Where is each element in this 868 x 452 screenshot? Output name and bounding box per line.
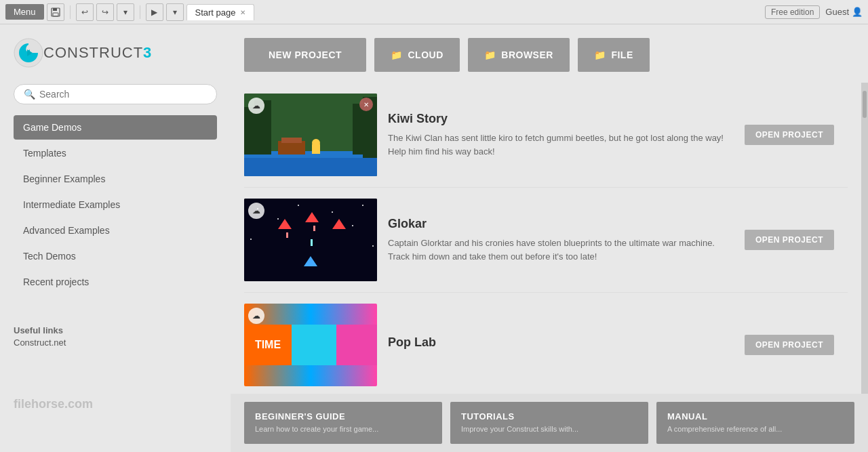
cloud-label: CLOUD (408, 49, 443, 60)
bottom-link-card[interactable]: MANUALA comprehensive reference of all..… (656, 402, 854, 444)
project-title: Pop Lab (388, 335, 734, 350)
bottom-card-title: TUTORIALS (461, 411, 637, 422)
folder-file-icon: 📁 (594, 49, 606, 60)
project-item: ☁ TIME Pop LabOPEN PROJECT (244, 293, 848, 394)
open-project-button[interactable]: OPEN PROJECT (745, 335, 834, 355)
sidebar-item-game-demos[interactable]: Game Demos (14, 115, 217, 140)
play-button[interactable]: ▶ (146, 3, 163, 21)
project-desc: Captain Glorktar and his cronies have st… (388, 237, 734, 263)
svg-rect-2 (53, 13, 58, 16)
cloud-badge: ☁ (248, 308, 264, 324)
tab-label: Start page (195, 7, 236, 18)
sidebar-item-recent-projects[interactable]: Recent projects (14, 270, 217, 294)
separator2 (140, 5, 140, 19)
bottom-card-desc: A comprehensive reference of all... (667, 424, 844, 434)
redo-button[interactable]: ↪ (96, 3, 114, 21)
logo-text: CONSTRUCT3 (43, 44, 152, 62)
svg-rect-1 (53, 8, 57, 11)
project-thumbnail: ☁ (244, 199, 377, 281)
guest-button[interactable]: Guest 👤 (825, 7, 863, 17)
svg-rect-30 (311, 239, 313, 246)
svg-point-22 (352, 225, 353, 226)
open-project-button[interactable]: OPEN PROJECT (745, 125, 834, 145)
svg-point-25 (372, 245, 374, 247)
start-page-tab[interactable]: Start page ✕ (186, 4, 254, 20)
bottom-links: BEGINNER'S GUIDELearn how to create your… (231, 394, 868, 452)
project-thumbnail: ☁ ✕ (244, 94, 377, 176)
svg-rect-32 (313, 226, 315, 231)
file-label: FILE (611, 49, 633, 60)
cloud-button[interactable]: 📁 CLOUD (374, 38, 460, 72)
close-badge: ✕ (359, 98, 373, 111)
toolbar-right: Free edition Guest 👤 (765, 5, 863, 19)
bottom-link-card[interactable]: TUTORIALSImprove your Construct skills w… (450, 402, 648, 444)
project-info: GlokarCaptain Glorktar and his cronies h… (388, 217, 734, 263)
svg-rect-14 (281, 138, 302, 143)
project-thumbnail: ☁ TIME (244, 304, 377, 386)
search-box[interactable]: 🔍 (14, 84, 217, 104)
useful-links-header: Useful links (14, 312, 217, 335)
projects-container: ☁ ✕ (231, 83, 868, 394)
bottom-card-desc: Learn how to create your first game... (255, 424, 431, 434)
separator (70, 5, 71, 19)
sidebar-item-advanced-examples[interactable]: Advanced Examples (14, 218, 217, 243)
useful-links-section: Useful links Construct.net (14, 312, 217, 350)
folder-cloud-icon: 📁 (391, 49, 403, 60)
sidebar-item-intermediate-examples[interactable]: Intermediate Examples (14, 192, 217, 217)
content-area: NEW PROJECT 📁 CLOUD 📁 BROWSER 📁 FILE ☁ ✕ (231, 24, 868, 452)
cloud-badge: ☁ (248, 203, 264, 219)
top-buttons: NEW PROJECT 📁 CLOUD 📁 BROWSER 📁 FILE (231, 24, 868, 83)
open-project-button[interactable]: OPEN PROJECT (745, 230, 834, 250)
search-input[interactable] (39, 89, 207, 100)
project-info: Pop Lab (388, 335, 734, 355)
filehorse-watermark: filehorse.com (14, 397, 93, 411)
cloud-badge: ☁ (248, 98, 264, 114)
file-button[interactable]: 📁 FILE (578, 38, 650, 72)
sidebar: CONSTRUCT3 🔍 Game DemosTemplatesBeginner… (0, 24, 231, 452)
project-item: ☁ (244, 188, 848, 293)
useful-links-list: Construct.net (14, 335, 217, 350)
logo-area: CONSTRUCT3 (14, 38, 217, 68)
browser-label: BROWSER (501, 49, 553, 60)
svg-point-21 (332, 211, 333, 213)
bottom-card-title: MANUAL (667, 411, 844, 422)
new-project-button[interactable]: NEW PROJECT (244, 38, 366, 72)
main-container: CONSTRUCT3 🔍 Game DemosTemplatesBeginner… (0, 24, 868, 452)
toolbar: Menu ↩ ↪ ▾ ▶ ▾ Start page ✕ Free edition… (0, 0, 868, 24)
sidebar-item-templates[interactable]: Templates (14, 141, 217, 165)
play-dropdown[interactable]: ▾ (166, 3, 184, 21)
save-icon (51, 7, 60, 17)
poplab-scene: TIME (244, 325, 377, 365)
svg-rect-35 (336, 325, 377, 365)
guest-avatar-icon: 👤 (852, 7, 863, 17)
scrollbar-thumb (863, 91, 867, 118)
nav-list: Game DemosTemplatesBeginner ExamplesInte… (14, 115, 217, 295)
bottom-card-title: BEGINNER'S GUIDE (255, 411, 431, 422)
svg-rect-34 (292, 325, 336, 365)
folder-browser-icon: 📁 (484, 49, 496, 60)
sidebar-item-beginner-examples[interactable]: Beginner Examples (14, 167, 217, 191)
project-info: Kiwi StoryThe Kiwi Clan has sent little … (388, 112, 734, 158)
svg-point-19 (277, 218, 279, 220)
history-button[interactable]: ▾ (117, 3, 134, 21)
undo-button[interactable]: ↩ (76, 3, 94, 21)
bottom-link-card[interactable]: BEGINNER'S GUIDELearn how to create your… (244, 402, 442, 444)
scrollbar[interactable] (861, 83, 868, 394)
project-desc: The Kiwi Clan has sent little kiro to fe… (388, 131, 734, 158)
svg-rect-31 (286, 232, 288, 238)
svg-point-23 (362, 205, 363, 206)
search-icon: 🔍 (24, 89, 35, 100)
sidebar-item-tech-demos[interactable]: Tech Demos (14, 244, 217, 268)
project-title: Glokar (388, 217, 734, 231)
browser-button[interactable]: 📁 BROWSER (468, 38, 570, 72)
construct-logo-icon (14, 38, 43, 68)
save-button[interactable] (47, 3, 64, 21)
projects-list: ☁ ✕ (231, 83, 861, 394)
tab-close-icon[interactable]: ✕ (240, 9, 245, 16)
bottom-card-desc: Improve your Construct skills with... (461, 424, 637, 434)
useful-link-construct.net[interactable]: Construct.net (14, 335, 217, 350)
free-edition-badge: Free edition (765, 5, 820, 19)
svg-point-24 (250, 239, 252, 240)
logo-number: 3 (143, 44, 152, 61)
menu-button[interactable]: Menu (5, 4, 44, 20)
